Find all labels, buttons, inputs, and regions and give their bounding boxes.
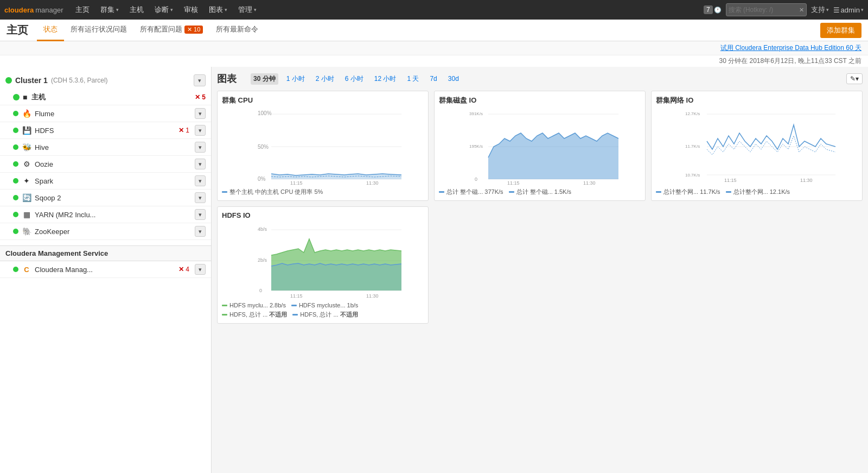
add-cluster-button[interactable]: 添加群集: [820, 23, 861, 38]
hosts-label: 主机: [31, 92, 46, 102]
svg-text:11:30: 11:30: [366, 180, 379, 185]
management-header: Cloudera Management Service: [0, 245, 211, 261]
time-btn-7d[interactable]: 7d: [427, 74, 439, 84]
svg-text:195K/s: 195K/s: [469, 144, 483, 149]
legend-item: 总计整个网... 12.1K/s: [726, 188, 790, 196]
service-status-dot: [13, 144, 18, 150]
service-flume[interactable]: 🔥 Flume ▾: [0, 105, 211, 122]
legend-item: 整个主机 中的主机 CPU 使用率 5%: [222, 188, 323, 196]
chevron-down-icon: ▾: [225, 7, 227, 12]
svg-text:0%: 0%: [258, 176, 266, 182]
svg-text:11:15: 11:15: [290, 293, 303, 299]
legend-color: [439, 191, 444, 193]
time-btn-6h[interactable]: 6 小时: [342, 73, 366, 85]
trial-link[interactable]: 试用 Cloudera Enterprise Data Hub Edition …: [720, 44, 861, 52]
service-sqoop-menu-button[interactable]: ▾: [195, 192, 206, 203]
service-spark[interactable]: ✦ Spark ▾: [0, 173, 211, 190]
service-hive-menu-button[interactable]: ▾: [195, 142, 206, 153]
service-hive[interactable]: 🐝 Hive ▾: [0, 139, 211, 156]
svg-text:11:30: 11:30: [366, 293, 379, 299]
legend-color: [292, 314, 298, 316]
svg-text:2b/s: 2b/s: [258, 257, 267, 263]
nav-audit[interactable]: 审核: [180, 0, 202, 20]
time-btn-2h[interactable]: 2 小时: [313, 73, 337, 85]
service-oozie[interactable]: ⚙ Oozie ▾: [0, 156, 211, 173]
spark-icon: ✦: [22, 176, 31, 186]
logo-manager: manager: [35, 6, 63, 14]
svg-text:4b/s: 4b/s: [258, 226, 267, 232]
chart-options-button[interactable]: ✎▾: [846, 73, 863, 84]
nav-manage[interactable]: 管理 ▾: [234, 0, 261, 20]
service-yarn-menu-button[interactable]: ▾: [195, 209, 206, 220]
nav-charts[interactable]: 图表 ▾: [205, 0, 232, 20]
svg-text:100%: 100%: [258, 110, 272, 116]
chart-disk-area: 391K/s 195K/s 0 11:15 11:30: [439, 109, 641, 185]
service-sqoop[interactable]: 🔄 Sqoop 2 ▾: [0, 190, 211, 206]
tab-health-issues[interactable]: 所有运行状况问题: [64, 20, 133, 41]
chart-disk-title: 群集磁盘 IO: [439, 96, 641, 105]
time-btn-1h[interactable]: 1 小时: [284, 73, 308, 85]
chevron-down-icon: ▾: [170, 7, 173, 12]
time-btn-12h[interactable]: 12 小时: [372, 73, 399, 85]
time-btn-30d[interactable]: 30d: [445, 74, 462, 84]
svg-text:11:30: 11:30: [800, 178, 813, 183]
service-name-cloudera-mgmt: Cloudera Manag...: [35, 266, 175, 274]
svg-text:0: 0: [475, 176, 477, 182]
service-zookeeper[interactable]: 🐘 ZooKeeper ▾: [0, 223, 211, 240]
service-hdfs-menu-button[interactable]: ▾: [195, 125, 206, 136]
chart-cpu-area: 100% 50% 0% 11:15 11:30: [222, 109, 424, 185]
service-status-dot: [13, 229, 18, 234]
service-zookeeper-menu-button[interactable]: ▾: [195, 226, 206, 237]
service-yarn[interactable]: ▦ YARN (MR2 Inclu... ▾: [0, 206, 211, 223]
chevron-down-icon: ▾: [826, 7, 829, 12]
charts-header: 图表 30 分钟 1 小时 2 小时 6 小时 12 小时 1 天 7d 30d…: [217, 72, 863, 85]
nav-diagnose[interactable]: 诊断 ▾: [150, 0, 177, 20]
service-status-dot: [13, 195, 18, 200]
tab-config-issues[interactable]: 所有配置问题 ✕ 10: [133, 20, 209, 41]
hive-icon: 🐝: [22, 142, 31, 152]
top-navigation: cloudera manager 主页 群集 ▾ 主机 诊断 ▾ 审核 图表 ▾…: [0, 0, 868, 20]
legend-color: [222, 191, 227, 193]
service-name-sqoop: Sqoop 2: [35, 194, 189, 202]
tab-recent-commands[interactable]: 所有最新命令: [209, 20, 265, 41]
service-name-flume: Flume: [35, 110, 189, 118]
task-counter[interactable]: 7 🕐: [704, 5, 722, 14]
mgmt-status-dot: [13, 267, 18, 272]
nav-host[interactable]: 主机: [125, 0, 148, 20]
nav-home[interactable]: 主页: [71, 0, 94, 20]
legend-item: 总计 整个磁... 377K/s: [439, 188, 503, 196]
page-title: 主页: [7, 23, 28, 37]
service-flume-menu-button[interactable]: ▾: [195, 108, 206, 119]
svg-text:11:15: 11:15: [290, 180, 303, 185]
legend-item: HDFS myclu... 2.8b/s: [222, 302, 286, 308]
cluster-menu-button[interactable]: ▾: [194, 74, 206, 86]
time-btn-1d[interactable]: 1 天: [404, 73, 422, 85]
service-status-dot: [13, 111, 18, 116]
timestamp-text: 30 分钟在 2018年6月12日, 晚上11点33 CST 之前: [719, 57, 861, 65]
management-section: Cloudera Management Service C Cloudera M…: [0, 245, 211, 278]
support-link[interactable]: 支持 ▾: [811, 5, 829, 15]
chart-cpu-legend: 整个主机 中的主机 CPU 使用率 5%: [222, 188, 424, 196]
service-spark-menu-button[interactable]: ▾: [195, 175, 206, 186]
nav-cluster[interactable]: 群集 ▾: [96, 0, 123, 20]
cluster-status-dot: [5, 77, 12, 84]
hdfs-warning: ✕ 1: [178, 127, 189, 134]
yarn-icon: ▦: [22, 210, 31, 219]
service-status-dot: [13, 128, 18, 133]
mgmt-menu-button[interactable]: ▾: [195, 264, 206, 275]
service-hdfs[interactable]: 💾 HDFS ✕ 1 ▾: [0, 122, 211, 139]
chart-hdfs-title: HDFS IO: [222, 211, 424, 219]
service-cloudera-management[interactable]: C Cloudera Manag... ✕ 4 ▾: [0, 261, 211, 278]
cluster-name[interactable]: Cluster 1: [15, 76, 48, 85]
search-input[interactable]: [729, 6, 799, 14]
admin-menu[interactable]: ☰ admin ▾: [833, 6, 864, 14]
time-btn-30min[interactable]: 30 分钟: [251, 73, 278, 85]
svg-text:391K/s: 391K/s: [469, 111, 483, 116]
tab-status[interactable]: 状态: [37, 20, 64, 41]
hosts-row[interactable]: ■ 主机 ✕ 5: [0, 90, 211, 105]
search-clear-button[interactable]: ✕: [799, 7, 804, 14]
service-oozie-menu-button[interactable]: ▾: [195, 159, 206, 169]
hdfs-icon: 💾: [22, 125, 31, 135]
chart-cpu: 群集 CPU 100% 50% 0% 11:15 11:30: [217, 91, 429, 201]
cloudera-mgmt-icon: C: [22, 264, 31, 274]
